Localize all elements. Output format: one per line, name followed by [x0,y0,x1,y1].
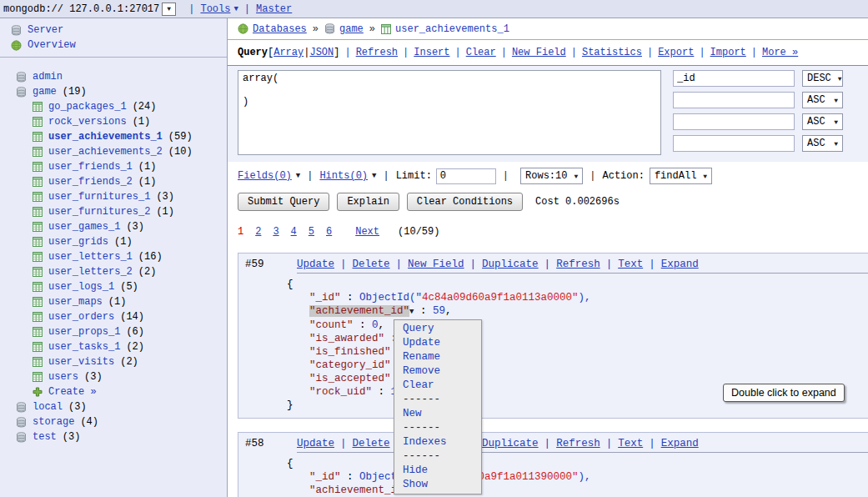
menu-item-clear[interactable]: Clear [394,379,481,393]
json-key[interactable]: "is_awarded" [309,333,384,344]
record-text-link[interactable]: Text [618,438,643,449]
import-button[interactable]: Import [710,47,746,58]
sort-field-input[interactable] [673,70,795,87]
record-expand-link[interactable]: Expand [661,438,699,449]
record-expand-link[interactable]: Expand [661,259,699,270]
sort-direction-select[interactable]: ASC▼ [802,135,843,152]
collection-count: (14) [120,311,144,323]
sidebar-db-test[interactable]: test (3) [0,429,227,444]
menu-item-update[interactable]: Update [394,336,481,350]
sort-field-input[interactable] [673,113,795,130]
sidebar-create-collection[interactable]: Create » [0,384,227,399]
sidebar-collection[interactable]: user_tasks_1(2) [0,339,227,354]
page-link[interactable]: 5 [309,226,314,238]
json-key[interactable]: "is_accepted" [309,373,391,384]
record-new-field-link[interactable]: New Field [408,259,464,270]
collection-name: user_friends_2 [48,176,133,188]
record-delete-link[interactable]: Delete [353,259,390,270]
record-duplicate-link[interactable]: Duplicate [482,438,539,449]
menu-item-new[interactable]: New [394,407,481,421]
breadcrumb-db[interactable]: game [339,23,364,35]
record-update-link[interactable]: Update [297,259,334,270]
sidebar-collection[interactable]: user_games_1(3) [0,219,227,234]
sidebar-collection[interactable]: user_letters_1(16) [0,249,227,264]
breadcrumb-databases[interactable]: Databases [253,23,307,35]
clear-conditions-button[interactable]: Clear Conditions [407,193,523,211]
json-key[interactable]: "_id" [309,292,341,304]
sidebar-collection[interactable]: user_achievements_2(10) [0,144,227,159]
new-field-button[interactable]: New Field [512,47,566,58]
sort-direction-select[interactable]: DESC▼ [802,70,843,87]
sidebar-collection[interactable]: user_grids(1) [0,234,227,249]
sidebar-collection[interactable]: rock_versions(1) [0,114,227,129]
sidebar-collection[interactable]: user_furnitures_2(1) [0,204,227,219]
sort-field-input[interactable] [673,135,795,152]
sidebar-collection[interactable]: go_packages_1(24) [0,99,227,114]
sort-direction-select[interactable]: ASC▼ [802,92,843,108]
sidebar-collection[interactable]: user_friends_2(1) [0,174,227,189]
record-duplicate-link[interactable]: Duplicate [482,259,539,270]
sidebar-collection[interactable]: user_visits(2) [0,354,227,369]
sidebar-db-storage[interactable]: storage (4) [0,414,227,429]
clear-button[interactable]: Clear [466,47,496,58]
sidebar-collection[interactable]: user_letters_2(2) [0,264,227,279]
sidebar-collection[interactable]: user_orders(14) [0,309,227,324]
menu-item-query[interactable]: Query [394,322,481,336]
submit-query-button[interactable]: Submit Query [238,193,329,211]
collection-count: (16) [138,251,163,263]
sidebar-collection[interactable]: user_logs_1(5) [0,279,227,294]
json-key[interactable]: "category_id" [309,359,391,371]
json-key[interactable]: "is_finished" [309,346,391,358]
action-select[interactable]: findAll▼ [650,168,712,184]
master-link[interactable]: Master [256,3,292,15]
connection-selector[interactable]: ▼ [162,3,176,16]
statistics-button[interactable]: Statistics [582,47,642,58]
sidebar-item-overview[interactable]: Overview [0,38,227,53]
query-mode-json[interactable]: JSON [309,47,334,58]
sidebar-collection[interactable]: user_furnitures_1(3) [0,189,227,204]
json-key-highlighted[interactable]: "achievement_id" [309,305,409,317]
record-delete-link[interactable]: Delete [353,438,390,449]
json-key[interactable]: "_id" [309,471,341,483]
page-link[interactable]: 2 [255,226,261,238]
rows-select[interactable]: Rows:10▼ [520,168,583,184]
tools-menu[interactable]: Tools [200,3,230,15]
query-mode-array[interactable]: Array [273,47,304,58]
sidebar-item-server[interactable]: Server [0,23,227,38]
hints-dropdown[interactable]: Hints(0) [319,170,368,182]
sidebar-db-admin[interactable]: admin [0,69,227,84]
page-link[interactable]: 4 [291,226,297,238]
json-key[interactable]: "rock_uid" [309,386,372,398]
more-menu[interactable]: More » [762,47,798,58]
refresh-button[interactable]: Refresh [356,47,398,58]
export-button[interactable]: Export [658,47,694,58]
explain-button[interactable]: Explain [337,193,399,211]
record-update-link[interactable]: Update [297,438,334,449]
sort-field-input[interactable] [673,92,795,108]
record-refresh-link[interactable]: Refresh [556,259,600,270]
menu-item-indexes[interactable]: Indexes [394,435,481,449]
menu-item-hide[interactable]: Hide [394,464,481,478]
record-refresh-link[interactable]: Refresh [556,438,600,449]
sidebar-collection-selected[interactable]: user_achievements_1(59) [0,129,227,144]
sidebar-collection[interactable]: user_props_1(6) [0,324,227,339]
sidebar-collection[interactable]: user_maps(1) [0,294,227,309]
sort-direction-select[interactable]: ASC▼ [802,113,843,130]
sidebar-db-local[interactable]: local (3) [0,399,227,414]
query-input[interactable]: array( ) [238,70,661,155]
sidebar-db-game[interactable]: game (19) [0,84,227,99]
insert-button[interactable]: Insert [414,47,449,58]
sidebar-collection[interactable]: user_friends_1(1) [0,159,227,174]
menu-item-show[interactable]: Show [394,478,481,492]
record-header: #59 Update|Delete|New Field|Duplicate|Re… [238,254,868,273]
json-key[interactable]: "count" [309,319,354,331]
menu-item-remove[interactable]: Remove [394,364,481,379]
menu-item-rename[interactable]: Rename [394,350,481,364]
sidebar-collection[interactable]: users(3) [0,369,227,384]
next-page-link[interactable]: Next [355,226,379,238]
page-link[interactable]: 6 [326,226,332,238]
record-text-link[interactable]: Text [618,259,643,270]
fields-dropdown[interactable]: Fields(0) [238,170,292,182]
page-link[interactable]: 3 [273,226,278,238]
limit-input[interactable] [436,168,496,184]
